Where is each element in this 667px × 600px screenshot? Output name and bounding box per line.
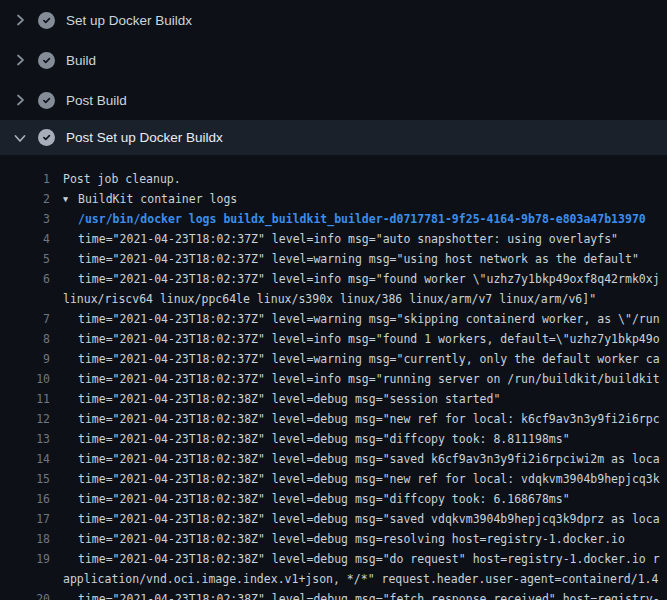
log-line-number[interactable]: 6 (0, 269, 50, 289)
log-line: 10time="2021-04-23T18:02:37Z" level=info… (0, 369, 667, 389)
log-line-number[interactable]: 4 (0, 229, 50, 249)
log-line-number (0, 569, 50, 589)
log-line: 18time="2021-04-23T18:02:38Z" level=debu… (0, 529, 667, 549)
log-line-number[interactable]: 16 (0, 489, 50, 509)
step-label: Post Build (66, 93, 127, 108)
log-line: application/vnd.oci.image.index.v1+json,… (0, 569, 667, 589)
log-line-text: time="2021-04-23T18:02:37Z" level=info m… (50, 229, 618, 249)
log-viewer: 1Post job cleanup.2▼BuildKit container l… (0, 155, 667, 600)
log-line: linux/riscv64 linux/ppc64le linux/s390x … (0, 289, 667, 309)
log-line-text: time="2021-04-23T18:02:38Z" level=debug … (50, 469, 660, 489)
check-circle-icon (38, 129, 55, 146)
log-line-number[interactable]: 17 (0, 509, 50, 529)
log-line-text: time="2021-04-23T18:02:38Z" level=debug … (50, 429, 570, 449)
log-line: 19time="2021-04-23T18:02:38Z" level=debu… (0, 549, 667, 569)
log-line-text: time="2021-04-23T18:02:37Z" level=warnin… (50, 349, 660, 369)
log-line: 4time="2021-04-23T18:02:37Z" level=info … (0, 229, 667, 249)
log-line: 2▼BuildKit container logs (0, 189, 667, 209)
step-header-post-build[interactable]: Post Build (0, 80, 667, 120)
log-line-number[interactable]: 12 (0, 409, 50, 429)
check-circle-icon (38, 12, 55, 29)
log-line: 11time="2021-04-23T18:02:38Z" level=debu… (0, 389, 667, 409)
chevron-right-icon[interactable] (12, 92, 28, 108)
log-line: 8time="2021-04-23T18:02:37Z" level=info … (0, 329, 667, 349)
log-line-number[interactable]: 3 (0, 209, 50, 229)
log-line: 13time="2021-04-23T18:02:38Z" level=debu… (0, 429, 667, 449)
step-header-set-up-docker-buildx[interactable]: Set up Docker Buildx (0, 0, 667, 40)
log-line-number[interactable]: 11 (0, 389, 50, 409)
log-line-text: time="2021-04-23T18:02:37Z" level=warnin… (50, 309, 660, 329)
log-line-text: Post job cleanup. (50, 169, 181, 189)
actions-log-viewer: Set up Docker BuildxBuildPost BuildPost … (0, 0, 667, 600)
log-line: 14time="2021-04-23T18:02:38Z" level=debu… (0, 449, 667, 469)
log-line-text: time="2021-04-23T18:02:37Z" level=info m… (50, 329, 660, 349)
chevron-right-icon[interactable] (12, 12, 28, 28)
log-line-number[interactable]: 15 (0, 469, 50, 489)
log-line-text: time="2021-04-23T18:02:38Z" level=debug … (50, 489, 570, 509)
steps-list: Set up Docker BuildxBuildPost BuildPost … (0, 0, 667, 155)
log-command-text: /usr/bin/docker logs buildx_buildkit_bui… (50, 209, 646, 229)
log-line-text: time="2021-04-23T18:02:37Z" level=info m… (50, 269, 660, 289)
log-line-text: time="2021-04-23T18:02:38Z" level=debug … (50, 449, 660, 469)
log-line: 1Post job cleanup. (0, 169, 667, 189)
log-line-number (0, 289, 50, 309)
log-line-text: time="2021-04-23T18:02:38Z" level=debug … (50, 389, 500, 409)
log-line-number[interactable]: 2 (0, 189, 50, 209)
log-line-number[interactable]: 5 (0, 249, 50, 269)
chevron-down-icon[interactable] (12, 130, 28, 146)
log-line-number[interactable]: 13 (0, 429, 50, 449)
log-line: 6time="2021-04-23T18:02:37Z" level=info … (0, 269, 667, 289)
log-line: 12time="2021-04-23T18:02:38Z" level=debu… (0, 409, 667, 429)
log-line: 5time="2021-04-23T18:02:37Z" level=warni… (0, 249, 667, 269)
step-header-build[interactable]: Build (0, 40, 667, 80)
step-header-post-set-up-docker-buildx[interactable]: Post Set up Docker Buildx (0, 120, 667, 155)
step-label: Post Set up Docker Buildx (66, 130, 223, 145)
log-line-text: time="2021-04-23T18:02:38Z" level=debug … (50, 589, 660, 600)
log-line-number[interactable]: 14 (0, 449, 50, 469)
group-collapse-icon[interactable]: ▼ (63, 189, 78, 209)
log-line-text: time="2021-04-23T18:02:37Z" level=warnin… (50, 249, 639, 269)
log-line-text: time="2021-04-23T18:02:38Z" level=debug … (50, 409, 660, 429)
log-line: 20time="2021-04-23T18:02:38Z" level=debu… (0, 589, 667, 600)
log-line-text: ▼BuildKit container logs (50, 189, 237, 209)
log-line-text: application/vnd.oci.image.index.v1+json,… (50, 569, 658, 589)
log-line-text: time="2021-04-23T18:02:38Z" level=debug … (50, 549, 660, 569)
check-circle-icon (38, 92, 55, 109)
log-line: 7time="2021-04-23T18:02:37Z" level=warni… (0, 309, 667, 329)
log-line-number[interactable]: 20 (0, 589, 50, 600)
log-line-number[interactable]: 19 (0, 549, 50, 569)
step-label: Set up Docker Buildx (66, 13, 192, 28)
log-line-number[interactable]: 18 (0, 529, 50, 549)
log-line: 15time="2021-04-23T18:02:38Z" level=debu… (0, 469, 667, 489)
log-line: 9time="2021-04-23T18:02:37Z" level=warni… (0, 349, 667, 369)
log-line-number[interactable]: 7 (0, 309, 50, 329)
chevron-right-icon[interactable] (12, 52, 28, 68)
log-line: 17time="2021-04-23T18:02:38Z" level=debu… (0, 509, 667, 529)
log-line-text: time="2021-04-23T18:02:38Z" level=debug … (50, 509, 660, 529)
log-line-number[interactable]: 10 (0, 369, 50, 389)
log-line: 16time="2021-04-23T18:02:38Z" level=debu… (0, 489, 667, 509)
log-line: 3/usr/bin/docker logs buildx_buildkit_bu… (0, 209, 667, 229)
log-line-text: linux/riscv64 linux/ppc64le linux/s390x … (50, 289, 596, 309)
log-line-number[interactable]: 8 (0, 329, 50, 349)
log-line-number[interactable]: 9 (0, 349, 50, 369)
log-line-number[interactable]: 1 (0, 169, 50, 189)
step-label: Build (66, 53, 96, 68)
log-line-text: time="2021-04-23T18:02:38Z" level=debug … (50, 529, 625, 549)
log-line-text: time="2021-04-23T18:02:37Z" level=info m… (50, 369, 660, 389)
check-circle-icon (38, 52, 55, 69)
